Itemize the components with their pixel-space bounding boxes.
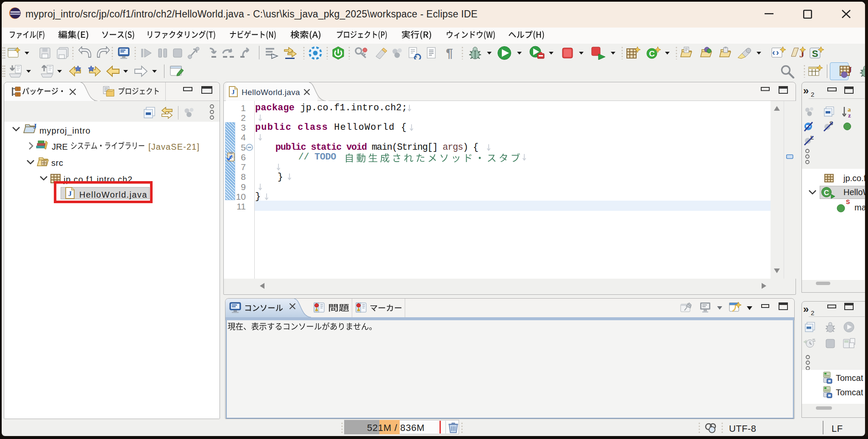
- svg-text:C: C: [649, 49, 655, 58]
- svg-text:z: z: [848, 112, 851, 118]
- svg-text:J: J: [848, 65, 852, 75]
- svg-text:C: C: [824, 189, 829, 197]
- svg-text:S: S: [812, 48, 818, 59]
- svg-text:J: J: [231, 89, 235, 95]
- svg-text:J: J: [33, 123, 37, 130]
